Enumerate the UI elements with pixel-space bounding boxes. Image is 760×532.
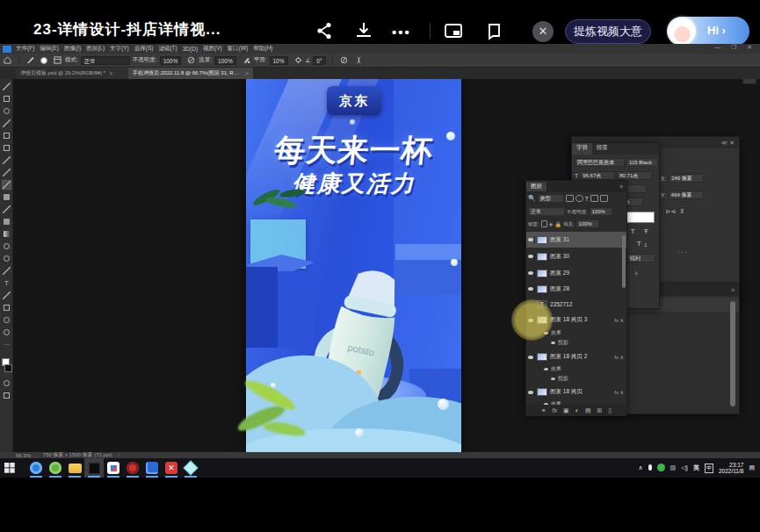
new-layer-icon[interactable]: ⊞ [597,407,603,414]
flip-vertical-icon[interactable]: ⊼ [680,208,684,215]
layer-row[interactable]: 图案 31 [526,232,626,248]
gpu-tray-icon[interactable]: ▨ [670,464,677,471]
filter-type-select[interactable]: 类型 [538,194,564,203]
flow-select[interactable]: 100% [214,56,236,65]
window-controls[interactable]: — ❐ ✕ [714,44,756,51]
eyedropper-tool[interactable] [3,156,11,164]
filter-pixel-icon[interactable] [566,195,574,202]
notification-center-icon[interactable]: ▤ [749,464,755,471]
share-icon[interactable] [315,21,336,40]
brush-tool-icon[interactable] [26,56,34,64]
eye-icon[interactable] [542,365,549,373]
scrollbar[interactable] [730,301,735,406]
eye-icon[interactable] [526,253,535,261]
font-family-select[interactable]: 阿里巴巴普惠体 [575,158,625,167]
document-tab-2[interactable]: 手机详情页-2022.11.8 @ 66.7%(图层 31, RGB/8) *× [128,68,253,79]
type-tool[interactable]: T [3,279,11,287]
layer-opacity-select[interactable]: 100% [590,207,612,216]
filter-smartobj-icon[interactable] [600,195,608,202]
airbrush-icon[interactable] [242,56,250,64]
volume-icon[interactable]: ◁) [681,464,688,471]
layer-thumbnail[interactable] [537,270,547,277]
collapsed-panel-dock[interactable] [742,79,756,84]
leading-select[interactable]: 80.71点 [617,171,652,180]
font-style-select[interactable]: 115 Black [626,158,658,167]
ime-keyboard-icon[interactable]: 中 [705,464,713,473]
layer-fill-select[interactable]: 100% [576,219,599,228]
menu-edit[interactable]: 编辑(E) [40,45,59,53]
eye-icon[interactable] [526,353,535,361]
zoom-tool[interactable] [3,328,11,336]
frame-tool[interactable] [3,144,11,152]
move-tool[interactable] [3,83,11,90]
tray-expand-icon[interactable]: ∧ [638,464,642,471]
scrollbar[interactable] [622,235,626,288]
panel-menu-icon[interactable]: ≡ [731,287,735,293]
layer-thumbnail[interactable] [537,236,547,244]
taskbar-app-browser[interactable] [26,458,46,478]
pressure-size-icon[interactable] [340,56,348,64]
brush-angle-field[interactable]: 0° [313,56,325,65]
character-tab[interactable]: 字符 [572,143,592,155]
layer-dropshadow-row[interactable]: 投影 [526,374,626,384]
layer-row[interactable]: 图案 29 [526,265,626,281]
shape-tool[interactable] [3,304,11,312]
filter-shape-icon[interactable] [590,195,598,202]
new-group-icon[interactable]: ▤ [585,407,591,414]
dodge-tool[interactable] [3,255,11,262]
download-icon[interactable] [353,21,374,40]
eye-icon[interactable] [526,285,535,293]
path-select-tool[interactable] [3,291,11,299]
document-tab-1[interactable]: 详情页模板.psd @ 29.2%(RGB/8#) *× [16,68,128,79]
taskbar-app-blue-square[interactable] [142,458,162,478]
eye-icon[interactable] [526,236,535,244]
clone-stamp-tool[interactable] [3,193,11,201]
layer-thumbnail[interactable] [537,353,547,361]
layer-effects-row[interactable]: 效果 [526,364,626,374]
fx-badge[interactable]: fx ∧ [614,317,624,323]
screen-mode-button[interactable] [3,392,11,399]
close-assistant-icon[interactable]: ✕ [532,21,554,42]
flip-horizontal-icon[interactable]: ⊳⊲ [666,208,676,215]
pressure-opacity-icon[interactable] [187,56,195,64]
anti-alias-select[interactable]: 锐利 [627,254,655,262]
taskbar-clock[interactable]: 23:17 2022/11/8 [719,462,743,474]
quick-select-tool[interactable] [3,119,11,127]
summarize-video-button[interactable]: 提炼视频大意 [565,19,651,44]
background-color-swatch[interactable] [4,364,12,372]
font-size-select[interactable]: 96.67点 [580,171,615,180]
taskbar-app-active-dark[interactable] [84,458,104,478]
layer-dropshadow-row[interactable]: 投影 [526,338,626,348]
layer-mask-icon[interactable]: ▣ [563,407,569,414]
eye-icon[interactable] [549,375,556,383]
lock-all-icon[interactable]: 🔒 [555,221,562,227]
layer-row[interactable]: 图案 18 拷贝 2 fx ∧ [526,349,626,364]
menu-view[interactable]: 视图(V) [203,45,222,53]
assistant-button[interactable]: Hi › [667,17,749,46]
taskbar-app-cyan[interactable] [181,458,200,478]
picture-in-picture-icon[interactable] [443,21,464,40]
delete-layer-icon[interactable]: ▯ [608,407,612,414]
home-icon[interactable] [4,56,11,64]
menu-filter[interactable]: 滤镜(T) [158,45,177,53]
brush-tool[interactable] [3,181,11,189]
eye-icon[interactable] [526,270,535,277]
gradient-tool[interactable] [3,230,11,238]
toggle-brush-panel-icon[interactable] [54,56,62,64]
blend-mode-select[interactable]: 正常 [528,207,565,216]
menu-layer[interactable]: 图层(L) [86,45,105,53]
menu-select[interactable]: 选择(S) [134,45,154,53]
layer-thumbnail[interactable] [537,253,547,261]
close-tab-icon[interactable]: × [245,68,249,79]
pen-tool[interactable] [3,267,11,275]
filter-adjust-icon[interactable] [575,195,583,202]
mode-select[interactable]: 正常 [81,56,130,65]
taskbar-app-capcut[interactable] [104,458,123,478]
smoothing-gear-icon[interactable] [294,56,302,64]
layer-row[interactable]: 图案 18 拷贝 fx ∧ [526,385,626,399]
marquee-tool[interactable] [3,95,11,103]
opacity-select[interactable]: 100% [160,56,182,65]
panel-menu-icon[interactable]: ≡ [619,183,623,190]
eye-icon[interactable] [526,388,535,396]
layer-thumbnail[interactable] [537,285,547,293]
